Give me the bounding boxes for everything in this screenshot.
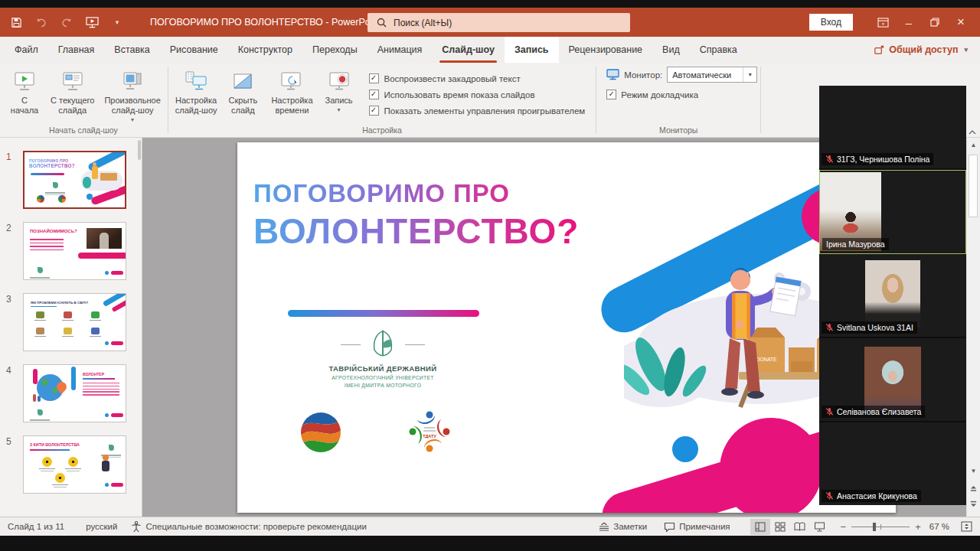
custom-slideshow-icon xyxy=(120,67,145,95)
previous-slide-icon[interactable] xyxy=(967,485,980,492)
participant-name-label: Анастасия Крикунова xyxy=(822,490,921,502)
next-slide-icon[interactable] xyxy=(967,500,980,507)
from-beginning-button[interactable]: С начала xyxy=(2,67,47,116)
decor-pink-circle-big xyxy=(720,418,822,513)
comments-icon xyxy=(664,522,675,532)
group-label: Настройка xyxy=(169,126,595,137)
ribbon-tab[interactable]: Рецензирование xyxy=(559,37,653,63)
status-bar: Слайд 1 из 11 русский Специальные возмож… xyxy=(0,517,980,536)
ribbon-tab[interactable]: Файл xyxy=(5,37,48,63)
language-status[interactable]: русский xyxy=(86,522,117,531)
notes-button[interactable]: Заметки xyxy=(599,522,647,531)
university-logo-icon xyxy=(367,328,399,360)
slide-thumbnail[interactable]: 5 3 КИТИ ВОЛОНТЕРСТВА xyxy=(6,435,137,494)
participant-tile[interactable]: Анастасия Крикунова xyxy=(819,422,966,505)
participant-name-label: Svitlana Uskova 31АІ xyxy=(822,321,917,334)
ribbon-tab[interactable]: Запись xyxy=(505,37,559,63)
ribbon-tab[interactable]: Вставка xyxy=(104,37,159,63)
zoom-slider-thumb[interactable] xyxy=(873,523,876,531)
ribbon-checkbox[interactable]: Использовать время показа слайдов xyxy=(369,90,586,99)
vertical-scrollbar[interactable]: ▲ ▼ xyxy=(966,138,980,517)
from-current-slide-button[interactable]: С текущего слайда xyxy=(47,67,98,116)
zoom-level[interactable]: 67 % xyxy=(929,522,949,531)
ribbon-tabs: Файл Главная Вставка Рисование Конструкт… xyxy=(0,37,747,63)
monitor-icon xyxy=(606,69,619,80)
zoom-in-icon[interactable]: + xyxy=(915,521,921,533)
checkbox-checked-icon xyxy=(606,90,616,99)
monitor-select[interactable]: Автоматически ▾ xyxy=(667,67,757,83)
svg-text:DONATE: DONATE xyxy=(756,357,777,362)
slideshow-view-button[interactable] xyxy=(810,519,830,535)
thumbnail-preview: ЯКІ ПРОБЛЕМИ ІСНУЮТЬ В СВІТІ? xyxy=(24,294,126,350)
save-button[interactable] xyxy=(9,15,23,29)
setup-checkboxes: Воспроизвести закадровый текст Использов… xyxy=(361,67,593,116)
normal-view-button[interactable] xyxy=(750,519,770,535)
svg-text:ТДАТУ: ТДАТУ xyxy=(423,434,436,439)
redo-button[interactable] xyxy=(60,15,74,29)
share-button[interactable]: Общий доступ ▾ xyxy=(874,37,968,63)
ribbon-tab[interactable]: Вид xyxy=(652,37,690,63)
reading-view-button[interactable] xyxy=(790,519,810,535)
restore-button[interactable] xyxy=(922,11,948,34)
participant-tile[interactable]: Svitlana Uskova 31АІ xyxy=(819,254,966,338)
collapse-ribbon-icon[interactable] xyxy=(969,130,976,135)
ribbon-tab[interactable]: Справка xyxy=(690,37,747,63)
letterbox-bottom xyxy=(0,536,980,551)
share-icon xyxy=(874,44,884,55)
zoom-slider[interactable] xyxy=(851,527,910,527)
ribbon-group-start-slideshow: С начала С текущего слайда Произвольное … xyxy=(0,63,167,137)
slide-editing-surface[interactable]: DONATE DONATE xyxy=(237,142,896,513)
accessibility-status[interactable]: Специальные возможности: проверьте реком… xyxy=(131,521,366,533)
student-union-logo: ТДАТУ xyxy=(407,409,452,454)
hide-slide-button[interactable]: Скрыть слайд xyxy=(220,67,265,116)
slide-thumbnail[interactable]: 2 ПОЗНАЙОМИМОСЬ? xyxy=(6,222,137,280)
quick-access-toolbar: ▾ xyxy=(0,15,124,29)
slide-thumbnail[interactable]: 3 ЯКІ ПРОБЛЕМИ ІСНУЮТЬ В СВІТІ? xyxy=(6,293,137,351)
zoom-out-icon[interactable]: − xyxy=(841,521,847,533)
search-input[interactable]: Поиск (Alt+Ы) xyxy=(368,13,630,32)
presenter-view-checkbox[interactable]: Режим докладчика xyxy=(606,90,698,99)
participant-tile[interactable]: Ірина Мазурова xyxy=(819,170,966,254)
fit-to-window-icon[interactable] xyxy=(961,521,972,532)
slide-number: 2 xyxy=(6,222,23,280)
slide-sorter-view-button[interactable] xyxy=(770,519,790,535)
participant-tile[interactable]: Селіванова Єлизавета xyxy=(819,338,966,422)
scrollbar-thumb[interactable] xyxy=(969,155,978,217)
scroll-up-icon[interactable]: ▲ xyxy=(967,142,980,148)
undo-button[interactable] xyxy=(34,15,48,29)
slide-thumbnail[interactable]: 4 ВОЛОНТЕР xyxy=(6,364,137,422)
mic-muted-icon xyxy=(825,407,834,416)
powerpoint-window: ▾ ПОГОВОРИМО ПРО ВОЛОНТЕРСТВО - PowerPoi… xyxy=(0,0,980,551)
close-button[interactable]: × xyxy=(948,11,974,34)
record-slideshow-button[interactable]: Запись ▾ xyxy=(317,67,361,113)
thumbnail-scrollbar[interactable] xyxy=(138,140,141,160)
participant-tile[interactable]: 31ГЗ, Чернишова Поліна xyxy=(819,86,966,170)
ribbon-display-options-icon[interactable] xyxy=(870,11,896,34)
custom-slideshow-button[interactable]: Произвольное слайд-шоу ▾ xyxy=(100,67,164,123)
search-placeholder: Поиск (Alt+Ы) xyxy=(394,18,452,28)
ribbon-checkbox[interactable]: Воспроизвести закадровый текст xyxy=(369,73,586,83)
minimize-button[interactable]: – xyxy=(896,11,922,34)
ribbon-tab[interactable]: Анимация xyxy=(368,37,433,63)
ribbon-tab[interactable]: Рисование xyxy=(160,37,228,63)
slide-thumbnail[interactable]: 1 ПОГОВОРИМО ПРОВОЛОНТЕРСТВО? xyxy=(6,151,137,209)
rehearse-timings-button[interactable]: Настройка времени xyxy=(267,67,316,116)
mic-muted-icon xyxy=(825,491,834,500)
sign-in-button[interactable]: Вход xyxy=(809,14,853,31)
title-bar: ▾ ПОГОВОРИМО ПРО ВОЛОНТЕРСТВО - PowerPoi… xyxy=(0,8,980,37)
customize-qat-chevron-icon[interactable]: ▾ xyxy=(110,15,124,29)
slide-number: 4 xyxy=(6,364,23,422)
chevron-down-icon: ▾ xyxy=(964,46,968,54)
ribbon-tab[interactable]: Слайд-шоу xyxy=(432,37,505,63)
comments-button[interactable]: Примечания xyxy=(664,522,730,532)
slide-number: 3 xyxy=(6,293,23,351)
setup-slideshow-button[interactable]: Настройка слайд-шоу xyxy=(172,67,221,116)
ribbon-tab[interactable]: Переходы xyxy=(302,37,368,63)
accessibility-icon xyxy=(131,521,142,533)
start-slideshow-qat-button[interactable] xyxy=(85,15,99,29)
ribbon-tab[interactable]: Конструктор xyxy=(228,37,302,63)
decor-blue-circle xyxy=(672,436,698,462)
ribbon-checkbox[interactable]: Показать элементы управления проигрывате… xyxy=(369,106,586,116)
scroll-down-icon[interactable]: ▼ xyxy=(967,468,980,474)
ribbon-tab[interactable]: Главная xyxy=(48,37,105,63)
